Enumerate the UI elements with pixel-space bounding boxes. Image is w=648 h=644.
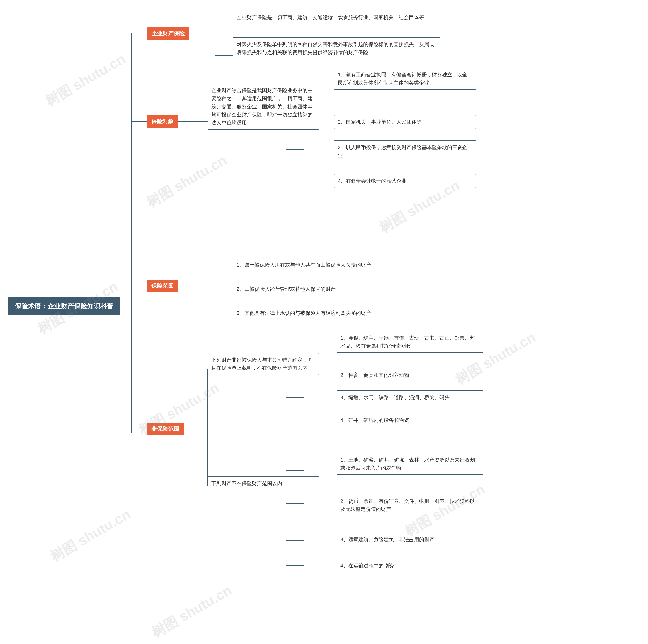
- tb-scope-3: 3、其他具有法律上承认的与被保险人有经济利益关系的财产: [233, 306, 440, 320]
- tb-non-4-text: 4、矿井、矿坑内的设备和物资: [340, 417, 409, 423]
- tb-non-1: 1、金银、珠宝、玉器、首饰、古玩、古书、古画、邮票、艺术品、稀有金属和其它珍贵财…: [337, 331, 483, 353]
- watermark-2: 树图 shutu.cn: [143, 151, 230, 212]
- watermark-5: 树图 shutu.cn: [47, 505, 134, 566]
- l1-non-label: 非保险范围: [151, 426, 179, 432]
- tb-enterprise-1-text: 企业财产保险是一切工商、建筑、交通运输、饮食服务行业、国家机关、社会团体等: [237, 15, 424, 20]
- tb-scope-1: 1、属于被保险人所有或与他人共有而由被保险人负责的财产: [233, 258, 440, 272]
- tb-scope-2: 2、由被保险人经营管理或替他人保管的财产: [233, 282, 440, 296]
- tb-obj-3: 3、以人民币投保，愿意接受财产保险基本险条款的三资企业: [334, 140, 476, 162]
- tb-obj-3-text: 3、以人民币投保，愿意接受财产保险基本险条款的三资企业: [338, 144, 467, 158]
- tb-non-2-text: 2、牲畜、禽类和其他饲养动物: [340, 372, 409, 378]
- tb-non-1-text: 1、金银、珠宝、玉器、首饰、古玩、古书、古画、邮票、艺术品、稀有金属和其它珍贵财…: [340, 335, 475, 349]
- tb-non-below: 下列财产不在保险财产范围以内：: [208, 476, 319, 490]
- tb-non-2: 2、牲畜、禽类和其他饲养动物: [337, 368, 483, 382]
- l1-scope-label: 保险范围: [151, 283, 174, 289]
- tb-enterprise-1: 企业财产保险是一切工商、建筑、交通运输、饮食服务行业、国家机关、社会团体等: [233, 11, 440, 24]
- tb-non-b1-text: 1、土地、矿藏、矿井、矿坑、森林、水产资源以及未经收割或收割后尚未入库的农作物: [340, 457, 475, 471]
- tb-enterprise-2: 对因火灾及保险单中列明的各种自然灾害和意外事故引起的保险标的的直接损失、从属或后…: [233, 38, 440, 59]
- tb-non-b2: 2、货币、票证、有价证券、文件、帐册、图表、技术资料以及无法鉴定价值的财产: [337, 494, 483, 516]
- tb-non-4: 4、矿井、矿坑内的设备和物资: [337, 413, 483, 427]
- l1-obj-label: 保险对象: [151, 118, 174, 124]
- tb-non-b2-text: 2、货币、票证、有价证券、文件、帐册、图表、技术资料以及无法鉴定价值的财产: [340, 498, 475, 512]
- tb-enterprise-2-text: 对因火灾及保险单中列明的各种自然灾害和意外事故引起的保险标的的直接损失、从属或后…: [237, 42, 434, 55]
- l1-insurance-obj: 保险对象: [147, 115, 178, 128]
- tb-obj-1-text: 1、领有工商营业执照，有健全会计帐册，财务独立，以全民所有制或集体所有制为主体的…: [338, 72, 467, 85]
- tb-obj-4-text: 4、有健全会计帐册的私营企业: [338, 178, 407, 184]
- tb-non-b1: 1、土地、矿藏、矿井、矿坑、森林、水产资源以及未经收割或收割后尚未入库的农作物: [337, 453, 483, 475]
- tb-obj-4: 4、有健全会计帐册的私营企业: [334, 174, 476, 188]
- watermark-1: 树图 shutu.cn: [42, 50, 129, 111]
- tb-non-3-text: 3、堤堰、水闸、铁路、道路、涵洞、桥梁、码头: [340, 395, 449, 400]
- l1-non-insurance: 非保险范围: [147, 423, 184, 435]
- tb-obj-2-text: 2、国家机关、事业单位、人民团体等: [338, 119, 422, 125]
- l1-enterprise: 企业财产保险: [147, 27, 190, 40]
- mind-map: 树图 shutu.cn 树图 shutu.cn 树图 shutu.cn 树图 s…: [0, 0, 648, 644]
- tb-obj-main-text: 企业财产综合保险是我国财产保险业务中的主要险种之一，其适用范围很广，一切工商、建…: [211, 87, 313, 125]
- tb-obj-1: 1、领有工商营业执照，有健全会计帐册，财务独立，以全民所有制或集体所有制为主体的…: [334, 68, 476, 90]
- tb-non-3: 3、堤堰、水闸、铁路、道路、涵洞、桥梁、码头: [337, 391, 483, 404]
- tb-non-b3-text: 3、违章建筑、危险建筑、非法占用的财产: [340, 537, 434, 542]
- tb-non-b3: 3、违章建筑、危险建筑、非法占用的财产: [337, 533, 483, 546]
- tb-obj-main: 企业财产综合保险是我国财产保险业务中的主要险种之一，其适用范围很广，一切工商、建…: [208, 83, 319, 129]
- tb-scope-1-text: 1、属于被保险人所有或与他人共有而由被保险人负责的财产: [237, 262, 371, 268]
- tb-obj-2: 2、国家机关、事业单位、人民团体等: [334, 115, 476, 129]
- tb-non-b4: 4、在运输过程中的物资: [337, 559, 483, 572]
- tb-non-special-text: 下列财产非经被保险人与本公司特别约定，并且在保险单上载明，不在保险财产范围以内: [211, 357, 313, 371]
- root-node: 保险术语：企业财产保险知识科普: [8, 297, 120, 315]
- tb-non-special: 下列财产非经被保险人与本公司特别约定，并且在保险单上载明，不在保险财产范围以内: [208, 353, 319, 375]
- tb-scope-2-text: 2、由被保险人经营管理或替他人保管的财产: [237, 286, 336, 292]
- tb-non-b4-text: 4、在运输过程中的物资: [340, 563, 394, 568]
- l1-enterprise-label: 企业财产保险: [151, 31, 185, 37]
- root-label: 保险术语：企业财产保险知识科普: [15, 302, 113, 310]
- l1-insurance-scope: 保险范围: [147, 280, 178, 292]
- tb-scope-3-text: 3、其他具有法律上承认的与被保险人有经济利益关系的财产: [237, 310, 371, 316]
- tb-non-below-text: 下列财产不在保险财产范围以内：: [211, 480, 287, 486]
- watermark-6: 树图 shutu.cn: [148, 581, 235, 642]
